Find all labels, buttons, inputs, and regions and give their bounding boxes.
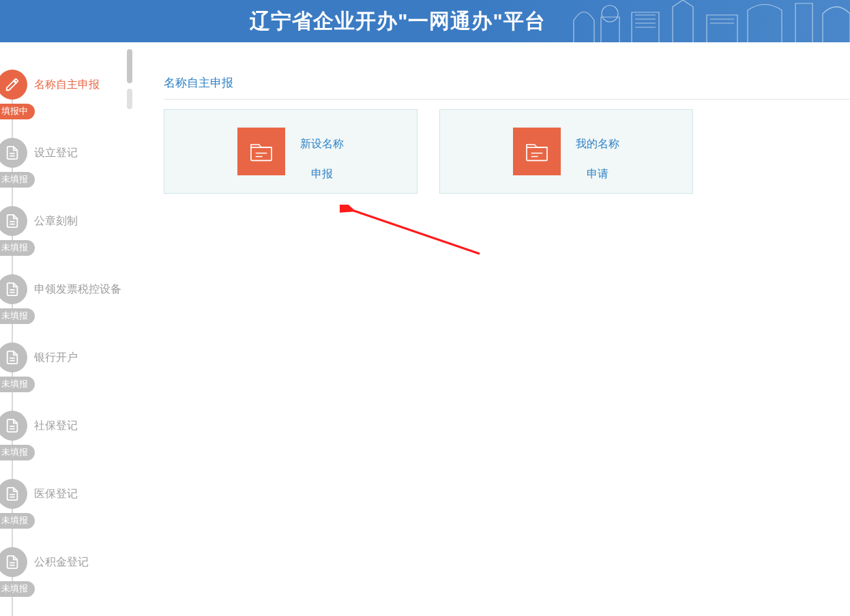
step-status-badge: 未填报: [0, 308, 35, 324]
step-label: 社保登记: [34, 411, 78, 441]
app-body: 名称自主申报 填报中 设立登记 未填报: [0, 42, 850, 616]
step-label: 设立登记: [34, 138, 78, 168]
step-status-badge: 未填报: [0, 240, 35, 256]
document-icon: [0, 342, 27, 372]
svg-point-0: [602, 5, 618, 22]
section-title: 名称自主申报: [164, 75, 850, 100]
step-status-badge: 填报中: [0, 104, 35, 119]
step-status-badge: 未填报: [0, 172, 35, 188]
cards-row: 新设名称 申报 我的名称 申请: [164, 109, 850, 194]
sidebar-step-invoice-tax-equipment[interactable]: 申领发票税控设备 未填报: [0, 274, 136, 342]
card-new-name-declaration[interactable]: 新设名称 申报: [164, 109, 417, 194]
document-icon: [0, 206, 27, 236]
document-icon: [0, 138, 27, 168]
document-icon: [0, 411, 27, 441]
main-content: 名称自主申报 新设名称 申报: [136, 42, 850, 616]
step-label: 银行开户: [34, 342, 78, 372]
step-status-badge: 未填报: [0, 445, 35, 460]
app-header: 辽宁省企业开办"一网通办"平台: [0, 0, 850, 42]
sidebar: 名称自主申报 填报中 设立登记 未填报: [0, 42, 136, 616]
sidebar-step-seal-engraving[interactable]: 公章刻制 未填报: [0, 206, 136, 274]
step-list: 名称自主申报 填报中 设立登记 未填报: [0, 70, 136, 615]
folder-icon: [513, 128, 561, 175]
sidebar-step-medical-insurance[interactable]: 医保登记 未填报: [0, 479, 136, 547]
document-icon: [0, 274, 27, 304]
sidebar-step-establishment-registration[interactable]: 设立登记 未填报: [0, 138, 136, 206]
document-icon: [0, 479, 27, 509]
sidebar-step-bank-account[interactable]: 银行开户 未填报: [0, 342, 136, 411]
step-label: 公章刻制: [34, 206, 78, 236]
sidebar-step-social-insurance[interactable]: 社保登记 未填报: [0, 411, 136, 479]
edit-icon: [0, 70, 27, 100]
step-label: 医保登记: [34, 479, 78, 509]
step-status-badge: 未填报: [0, 377, 35, 392]
sidebar-step-name-declaration[interactable]: 名称自主申报 填报中: [0, 70, 136, 138]
document-icon: [0, 547, 27, 577]
skyline-decoration: [570, 0, 850, 42]
card-label: 我的名称 申请: [576, 121, 619, 181]
step-status-badge: 未填报: [0, 513, 35, 529]
sidebar-step-housing-fund[interactable]: 公积金登记 未填报: [0, 547, 136, 615]
folder-icon: [237, 128, 285, 175]
app-title: 辽宁省企业开办"一网通办"平台: [250, 8, 545, 35]
card-my-name-application[interactable]: 我的名称 申请: [439, 109, 693, 194]
step-label: 申领发票税控设备: [34, 274, 121, 304]
step-label: 名称自主申报: [34, 70, 100, 100]
step-label: 公积金登记: [34, 547, 89, 577]
card-label: 新设名称 申报: [300, 121, 344, 181]
step-status-badge: 未填报: [0, 581, 35, 597]
